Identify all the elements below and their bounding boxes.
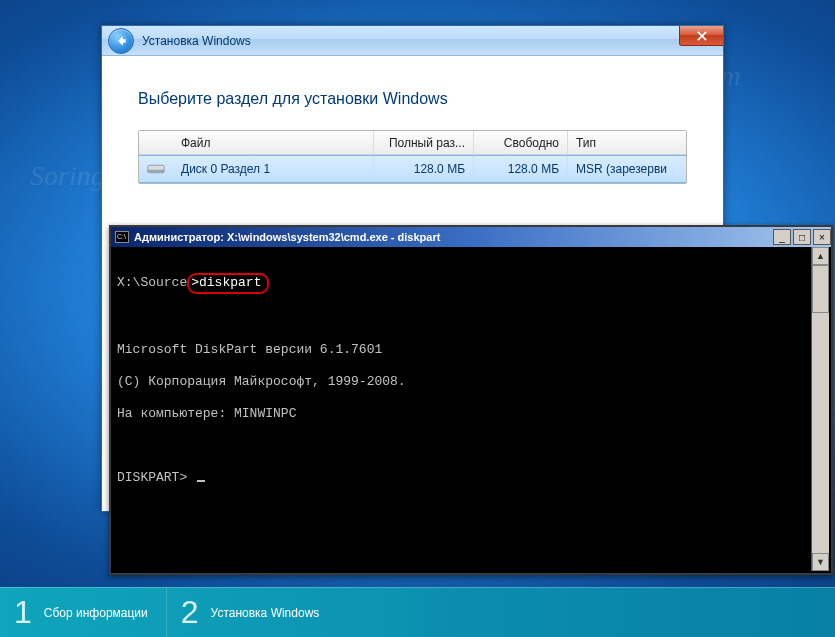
disk-row[interactable]: Диск 0 Раздел 1 128.0 МБ 128.0 МБ MSR (з… xyxy=(139,155,686,183)
disk-type: MSR (зарезерви xyxy=(568,156,686,182)
cmd-output-line: (C) Корпорация Майкрософт, 1999-2008. xyxy=(117,374,825,390)
col-header-name[interactable]: Файл xyxy=(173,131,374,154)
disk-list: Файл Полный раз... Свободно Тип Диск 0 Р… xyxy=(138,130,687,184)
cmd-icon: C:\ xyxy=(115,231,129,243)
close-icon xyxy=(697,31,707,41)
step-2: 2 Установка Windows xyxy=(166,588,338,637)
installer-titlebar[interactable]: Установка Windows xyxy=(102,26,723,56)
cmd-body[interactable]: X:\Source>diskpart Microsoft DiskPart ве… xyxy=(111,247,831,528)
scroll-up-button[interactable]: ▲ xyxy=(812,247,829,265)
disk-free: 128.0 МБ xyxy=(474,156,568,182)
cursor-icon xyxy=(197,480,205,482)
cmd-window[interactable]: C:\ Администратор: X:\windows\system32\c… xyxy=(109,225,833,575)
step-1-number: 1 xyxy=(14,594,32,631)
step-1-label: Сбор информации xyxy=(44,606,148,620)
close-button[interactable] xyxy=(679,26,723,46)
svg-point-4 xyxy=(161,171,162,172)
cmd-title: Администратор: X:\windows\system32\cmd.e… xyxy=(134,231,771,243)
col-header-total[interactable]: Полный раз... xyxy=(374,131,474,154)
step-1: 1 Сбор информации xyxy=(0,588,166,637)
cmd-output-line: На компьютере: MINWINPC xyxy=(117,406,825,422)
scroll-down-button[interactable]: ▼ xyxy=(812,553,829,571)
installer-heading: Выберите раздел для установки Windows xyxy=(138,90,687,108)
cmd-highlighted-command: >diskpart xyxy=(187,273,269,294)
back-button[interactable] xyxy=(108,28,134,54)
col-header-type[interactable]: Тип xyxy=(568,131,686,154)
disk-total: 128.0 МБ xyxy=(374,156,474,182)
cmd-prompt-prefix: X:\Source xyxy=(117,275,187,290)
maximize-button[interactable]: □ xyxy=(793,229,811,245)
disk-header-row: Файл Полный раз... Свободно Тип xyxy=(139,131,686,155)
scroll-thumb[interactable] xyxy=(812,265,829,313)
cmd-output-line: Microsoft DiskPart версии 6.1.7601 xyxy=(117,342,825,358)
step-2-number: 2 xyxy=(181,594,199,631)
steps-bar: 1 Сбор информации 2 Установка Windows xyxy=(0,587,835,637)
minimize-button[interactable]: _ xyxy=(773,229,791,245)
cmd-diskpart-prompt: DISKPART> xyxy=(117,470,195,485)
col-header-free[interactable]: Свободно xyxy=(474,131,568,154)
cmd-titlebar[interactable]: C:\ Администратор: X:\windows\system32\c… xyxy=(111,227,831,247)
cmd-scrollbar[interactable]: ▲ ▼ xyxy=(811,247,829,571)
step-2-label: Установка Windows xyxy=(211,606,320,620)
installer-title: Установка Windows xyxy=(142,34,251,48)
arrow-left-icon xyxy=(114,34,128,48)
cmd-close-button[interactable]: × xyxy=(813,229,831,245)
disk-icon xyxy=(147,162,165,176)
disk-name: Диск 0 Раздел 1 xyxy=(173,156,374,182)
